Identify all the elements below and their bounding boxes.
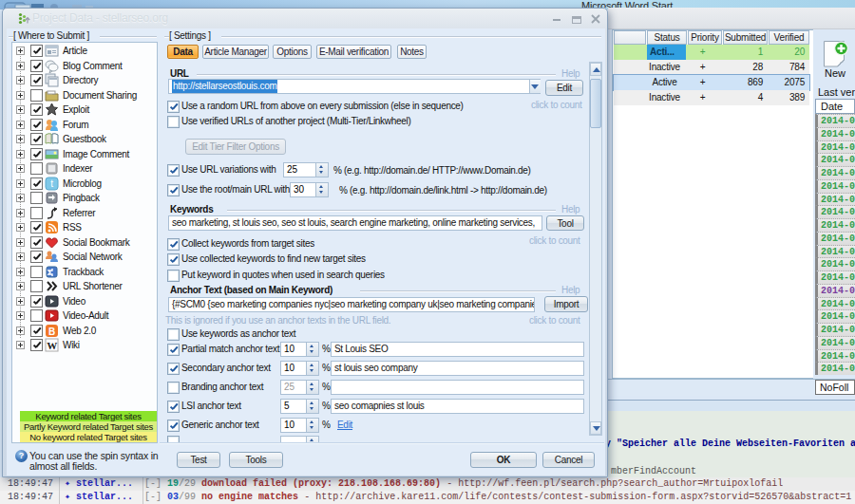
svg-text:W: W	[47, 340, 57, 351]
svg-text:B: B	[48, 327, 55, 337]
